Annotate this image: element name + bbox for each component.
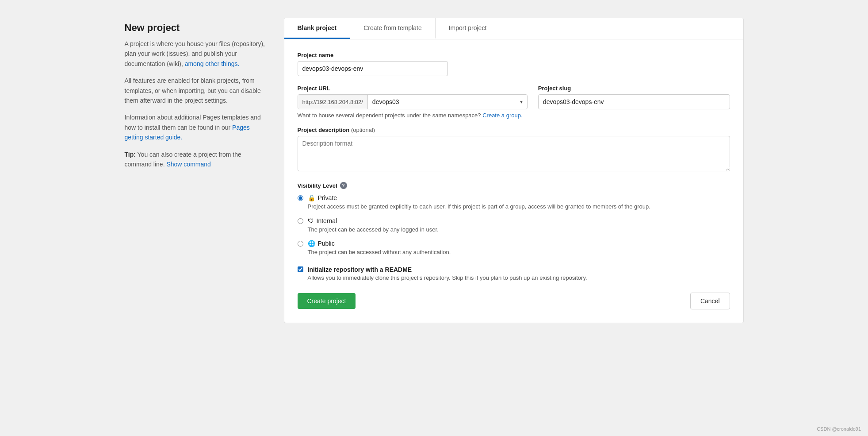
lock-icon: 🔒 xyxy=(308,194,315,201)
visibility-internal-radio[interactable] xyxy=(298,218,303,224)
visibility-public-desc: The project can be accessed without any … xyxy=(308,248,730,257)
project-description-label: Project description (optional) xyxy=(298,127,730,133)
shield-icon: 🛡 xyxy=(308,217,314,224)
create-group-link[interactable]: Create a group. xyxy=(482,112,522,119)
project-form: Project name Project URL http://192.168.… xyxy=(284,39,743,323)
visibility-private-label[interactable]: Private xyxy=(318,194,337,201)
visibility-private-option: 🔒 Private Project access must be granted… xyxy=(298,194,730,211)
footer-credit: CSDN @cronaldo91 xyxy=(817,426,861,432)
project-slug-input[interactable] xyxy=(538,94,730,109)
main-panel: Blank project Create from template Impor… xyxy=(284,18,744,323)
readme-content: Initialize repository with a README Allo… xyxy=(308,266,730,282)
sidebar-tip: Tip: You can also create a project from … xyxy=(125,150,266,170)
tab-import-project[interactable]: Import project xyxy=(436,18,500,39)
action-row: Create project Cancel xyxy=(298,293,730,309)
visibility-internal-content: 🛡 Internal The project can be accessed b… xyxy=(308,217,730,234)
readme-checkbox[interactable] xyxy=(298,266,303,272)
sidebar-desc-2: All features are enabled for blank proje… xyxy=(125,76,266,105)
sidebar-desc-3: Information about additional Pages templ… xyxy=(125,112,266,142)
visibility-section: Visibility Level ? 🔒 Private Project acc… xyxy=(298,182,730,257)
tabs-bar: Blank project Create from template Impor… xyxy=(284,18,743,39)
among-other-things-link[interactable]: among other things. xyxy=(185,60,240,67)
page-title: New project xyxy=(125,22,266,34)
readme-section: Initialize repository with a README Allo… xyxy=(298,266,730,282)
project-name-input[interactable] xyxy=(298,61,448,76)
visibility-internal-desc: The project can be accessed by any logge… xyxy=(308,225,730,234)
project-url-label: Project URL xyxy=(298,85,528,92)
project-slug-label: Project slug xyxy=(538,85,730,92)
visibility-public-label[interactable]: Public xyxy=(318,240,335,247)
tab-blank-project[interactable]: Blank project xyxy=(284,18,351,39)
visibility-public-option: 🌐 Public The project can be accessed wit… xyxy=(298,240,730,257)
show-command-link[interactable]: Show command xyxy=(166,161,210,168)
readme-desc: Allows you to immediately clone this pro… xyxy=(308,274,730,282)
tab-create-from-template[interactable]: Create from template xyxy=(350,18,436,39)
project-name-label: Project name xyxy=(298,52,730,58)
cancel-button[interactable]: Cancel xyxy=(690,293,730,309)
readme-title[interactable]: Initialize repository with a README xyxy=(308,266,412,273)
project-description-input[interactable] xyxy=(298,136,730,171)
visibility-label: Visibility Level xyxy=(298,182,337,189)
visibility-public-content: 🌐 Public The project can be accessed wit… xyxy=(308,240,730,257)
project-name-group: Project name xyxy=(298,52,730,76)
url-prefix: http://192.168.204.8:82/ xyxy=(298,95,368,109)
project-description-group: Project description (optional) xyxy=(298,127,730,173)
create-project-button[interactable]: Create project xyxy=(298,293,356,309)
visibility-label-row: Visibility Level ? xyxy=(298,182,730,189)
project-slug-group: Project slug xyxy=(538,85,730,109)
sidebar-desc-1: A project is where you house your files … xyxy=(125,39,266,69)
visibility-private-content: 🔒 Private Project access must be granted… xyxy=(308,194,730,211)
namespace-select-wrapper[interactable]: devops03 xyxy=(368,95,527,109)
visibility-private-radio[interactable] xyxy=(298,195,303,201)
visibility-internal-option: 🛡 Internal The project can be accessed b… xyxy=(298,217,730,234)
visibility-public-radio[interactable] xyxy=(298,241,303,247)
url-input-row: http://192.168.204.8:82/ devops03 xyxy=(298,94,528,109)
namespace-hint: Want to house several dependent projects… xyxy=(298,112,730,119)
url-slug-row: Project URL http://192.168.204.8:82/ dev… xyxy=(298,85,730,109)
visibility-internal-label[interactable]: Internal xyxy=(317,217,337,224)
namespace-select[interactable]: devops03 xyxy=(368,95,527,109)
visibility-help-icon[interactable]: ? xyxy=(340,182,347,189)
visibility-private-desc: Project access must be granted explicitl… xyxy=(308,202,730,211)
globe-icon: 🌐 xyxy=(308,240,315,247)
sidebar: New project A project is where you house… xyxy=(125,18,266,323)
project-url-group: Project URL http://192.168.204.8:82/ dev… xyxy=(298,85,528,109)
